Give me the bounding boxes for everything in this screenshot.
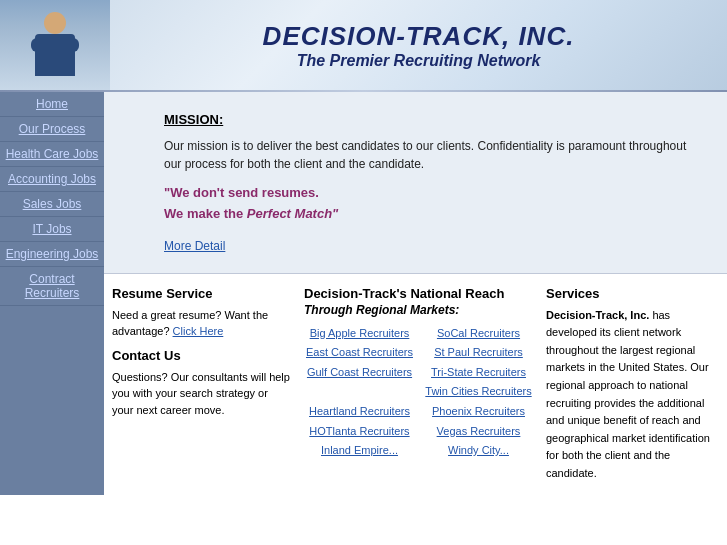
placeholder-left bbox=[304, 383, 415, 401]
resume-service-column: Resume Service Need a great resume? Want… bbox=[112, 286, 292, 483]
phoenix-link[interactable]: Phoenix Recruiters bbox=[423, 403, 534, 421]
services-heading: Services bbox=[546, 286, 719, 301]
inland-empire-link[interactable]: Inland Empire... bbox=[304, 442, 415, 460]
quote-italic: Perfect Match" bbox=[247, 206, 338, 221]
twin-cities-link[interactable]: Twin Cities Recruiters bbox=[423, 383, 534, 401]
quote-line2: We make the bbox=[164, 206, 247, 221]
company-name: DECISION-TRACK, INC. bbox=[130, 21, 707, 52]
sidebar-item-our-process[interactable]: Our Process bbox=[0, 117, 104, 142]
national-reach-heading: Decision-Track's National Reach bbox=[304, 286, 534, 301]
resume-service-heading: Resume Service bbox=[112, 286, 292, 301]
sidebar-item-it-jobs[interactable]: IT Jobs bbox=[0, 217, 104, 242]
national-reach-subtitle: Through Regional Markets: bbox=[304, 303, 534, 317]
person-body bbox=[35, 34, 75, 76]
windy-city-link[interactable]: Windy City... bbox=[423, 442, 534, 460]
sidebar-item-engineering-jobs[interactable]: Engineering Jobs bbox=[0, 242, 104, 267]
mission-section: MISSION: Our mission is to deliver the b… bbox=[104, 92, 727, 274]
sidebar-item-health-care-jobs[interactable]: Health Care Jobs bbox=[0, 142, 104, 167]
gulf-coast-link[interactable]: Gulf Coast Recruiters bbox=[304, 364, 415, 382]
resume-service-text: Need a great resume? Want the advantage?… bbox=[112, 307, 292, 340]
company-tagline: The Premier Recruiting Network bbox=[130, 52, 707, 70]
sidebar-item-contract-recruiters[interactable]: Contract Recruiters bbox=[0, 267, 104, 306]
click-here-link[interactable]: Click Here bbox=[173, 325, 224, 337]
header-title-block: DECISION-TRACK, INC. The Premier Recruit… bbox=[110, 11, 727, 80]
st-paul-link[interactable]: St Paul Recruiters bbox=[423, 344, 534, 362]
header: DECISION-TRACK, INC. The Premier Recruit… bbox=[0, 0, 727, 90]
mission-heading: MISSION: bbox=[164, 112, 697, 127]
sidebar-item-sales-jobs[interactable]: Sales Jobs bbox=[0, 192, 104, 217]
big-apple-link[interactable]: Big Apple Recruiters bbox=[304, 325, 415, 343]
mission-quote: "We don't send resumes. We make the Perf… bbox=[164, 183, 697, 225]
sidebar-item-accounting-jobs[interactable]: Accounting Jobs bbox=[0, 167, 104, 192]
contact-us-heading: Contact Us bbox=[112, 348, 292, 363]
reach-links-grid: Big Apple Recruiters SoCal Recruiters Ea… bbox=[304, 325, 534, 460]
header-person-image bbox=[0, 0, 110, 90]
services-column: Services Decision-Track, Inc. has develo… bbox=[546, 286, 719, 483]
person-head bbox=[44, 12, 66, 34]
heartland-link[interactable]: Heartland Recruiters bbox=[304, 403, 415, 421]
more-detail-link[interactable]: More Detail bbox=[164, 239, 225, 253]
socal-link[interactable]: SoCal Recruiters bbox=[423, 325, 534, 343]
mission-body: Our mission is to deliver the best candi… bbox=[164, 137, 697, 173]
tri-state-link[interactable]: Tri-State Recruiters bbox=[423, 364, 534, 382]
east-coast-link[interactable]: East Coast Recruiters bbox=[304, 344, 415, 362]
services-body: has developed its client network through… bbox=[546, 309, 710, 479]
hotlanta-link[interactable]: HOTlanta Recruiters bbox=[304, 423, 415, 441]
main-layout: Home Our Process Health Care Jobs Accoun… bbox=[0, 92, 727, 495]
services-text: Decision-Track, Inc. has developed its c… bbox=[546, 307, 719, 483]
quote-line1: "We don't send resumes. bbox=[164, 185, 319, 200]
sidebar-item-home[interactable]: Home bbox=[0, 92, 104, 117]
bottom-section: Resume Service Need a great resume? Want… bbox=[104, 274, 727, 495]
person-arms bbox=[31, 38, 79, 52]
national-reach-column: Decision-Track's National Reach Through … bbox=[304, 286, 534, 483]
vegas-link[interactable]: Vegas Recruiters bbox=[423, 423, 534, 441]
services-company-name: Decision-Track, Inc. bbox=[546, 309, 649, 321]
contact-us-text: Questions? Our consultants will help you… bbox=[112, 369, 292, 419]
main-content: MISSION: Our mission is to deliver the b… bbox=[104, 92, 727, 495]
sidebar: Home Our Process Health Care Jobs Accoun… bbox=[0, 92, 104, 495]
